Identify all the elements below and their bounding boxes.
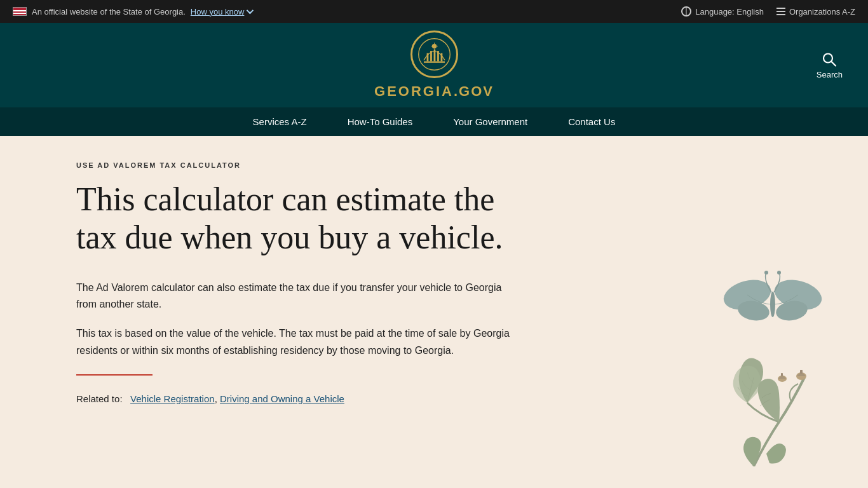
seal-svg: [417, 37, 452, 72]
nav-contact-us[interactable]: Contact Us: [548, 107, 635, 136]
svg-point-7: [431, 44, 436, 48]
svg-point-20: [777, 271, 781, 274]
globe-icon: [681, 6, 691, 17]
body-paragraph-2: This tax is based on the value of the ve…: [76, 325, 521, 359]
vehicle-registration-link[interactable]: Vehicle Registration: [130, 393, 215, 404]
georgia-seal: [410, 30, 458, 78]
svg-rect-3: [433, 50, 435, 61]
svg-point-23: [778, 376, 787, 382]
language-link[interactable]: Language: English: [681, 6, 764, 17]
svg-point-21: [796, 372, 806, 380]
svg-line-13: [832, 62, 836, 66]
top-bar-left: An official website of the State of Geor…: [13, 7, 252, 17]
svg-point-16: [736, 299, 771, 323]
main-content: USE AD VALOREM TAX CALCULATOR This calcu…: [0, 136, 868, 466]
nav-your-government[interactable]: Your Government: [433, 107, 548, 136]
svg-point-14: [721, 275, 775, 315]
svg-rect-5: [440, 53, 442, 62]
svg-point-15: [771, 275, 825, 315]
logo-text: GEORGIA.GOV: [374, 83, 494, 100]
search-label: Search: [817, 69, 843, 79]
logo-georgia: GEORGIA: [374, 83, 454, 99]
how-you-know-label: How you know: [191, 7, 245, 17]
body-paragraph-1: The Ad Valorem calculator can also estim…: [76, 280, 521, 313]
svg-point-17: [775, 299, 809, 323]
svg-rect-4: [437, 51, 439, 62]
driving-owning-link[interactable]: Driving and Owning a Vehicle: [220, 393, 344, 404]
site-header: GEORGIA.GOV Search: [0, 23, 868, 107]
svg-point-19: [764, 271, 768, 274]
related-links-area: Related to: Vehicle Registration, Drivin…: [76, 393, 792, 404]
related-label: Related to:: [76, 393, 123, 404]
breadcrumb: USE AD VALOREM TAX CALCULATOR: [76, 161, 792, 169]
svg-rect-24: [781, 373, 783, 376]
svg-rect-2: [430, 51, 432, 62]
chevron-down-icon: [247, 7, 254, 14]
nav-services[interactable]: Services A-Z: [233, 107, 327, 136]
language-label: Language: English: [695, 7, 764, 17]
nav-how-to[interactable]: How-To Guides: [327, 107, 433, 136]
official-text: An official website of the State of Geor…: [32, 7, 186, 17]
organizations-link[interactable]: Organizations A-Z: [776, 7, 855, 17]
site-logo[interactable]: GEORGIA.GOV: [374, 30, 494, 100]
svg-point-18: [770, 292, 775, 317]
search-button[interactable]: Search: [817, 51, 843, 79]
svg-rect-1: [426, 53, 428, 62]
top-bar: An official website of the State of Geor…: [0, 0, 868, 23]
divider: [76, 374, 153, 376]
organizations-label: Organizations A-Z: [789, 7, 855, 17]
main-nav: Services A-Z How-To Guides Your Governme…: [0, 107, 868, 136]
decorative-illustration: [677, 263, 868, 466]
how-you-know-button[interactable]: How you know: [191, 7, 252, 17]
search-icon: [822, 51, 837, 67]
georgia-flag-icon: [13, 7, 27, 16]
top-bar-right: Language: English Organizations A-Z: [681, 6, 855, 17]
page-title: This calculator can estimate the tax due…: [76, 180, 534, 257]
svg-rect-22: [800, 370, 803, 374]
list-icon: [776, 8, 785, 15]
svg-rect-6: [424, 62, 445, 63]
